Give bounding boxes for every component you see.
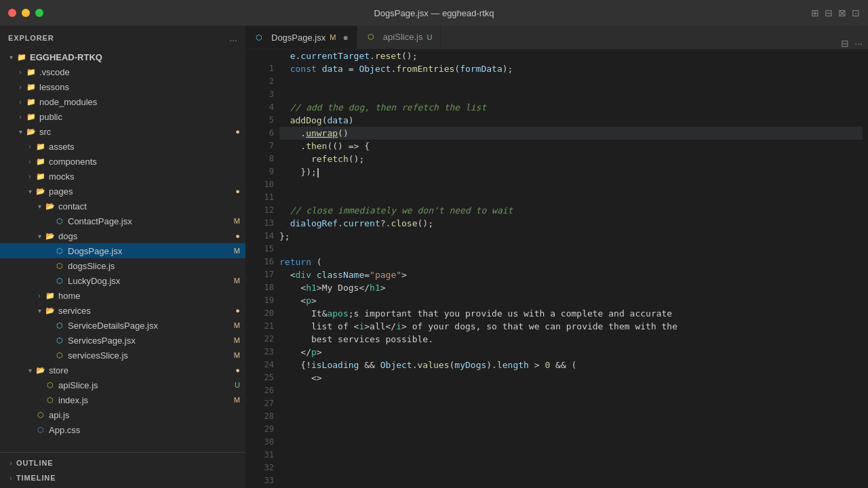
sidebar-item-dogsslice[interactable]: › ⬡ dogsSlice.js xyxy=(0,258,245,273)
sidebar-item-luckydog[interactable]: › ⬡ LuckyDog.jsx M xyxy=(0,273,245,288)
sidebar-item-contactpage[interactable]: › ⬡ ContactPage.jsx M xyxy=(0,214,245,228)
line-num: 9 xyxy=(245,165,274,178)
line-num: 10 xyxy=(245,178,274,191)
sidebar-actions: ... xyxy=(229,33,237,43)
sidebar-item-mocks[interactable]: › 📁 mocks xyxy=(0,169,245,184)
code-editor[interactable]: 1 2 3 4 5 6 7 8 9 10 11 12 13 14 15 16 1… xyxy=(245,49,868,488)
tab-label: DogsPage.jsx xyxy=(271,33,326,43)
chevron-right-icon: › xyxy=(34,290,45,301)
line-num: 21 xyxy=(245,320,274,333)
folder-icon: 📁 xyxy=(45,290,56,301)
sidebar-item-home[interactable]: › 📁 home xyxy=(0,288,245,303)
chevron-right-icon: › xyxy=(5,458,16,468)
chevron-down-icon: ▾ xyxy=(24,186,35,197)
layout-icon[interactable]: ⊞ xyxy=(811,7,819,18)
line-num: 33 xyxy=(245,474,274,487)
sidebar-item-pages[interactable]: ▾ 📂 pages ● xyxy=(0,184,245,199)
timeline-panel[interactable]: › TIMELINE xyxy=(0,470,245,485)
code-content[interactable]: e.currentTarget.reset(); const data = Ob… xyxy=(279,49,863,488)
folder-open-icon: 📂 xyxy=(45,230,56,241)
sidebar-item-public[interactable]: › 📁 public xyxy=(0,109,245,124)
sidebar-item-index[interactable]: › ⬡ index.js M xyxy=(0,392,245,407)
line-num: 29 xyxy=(245,423,274,436)
sidebar-item-components[interactable]: › 📁 components xyxy=(0,154,245,169)
sidebar-item-node-modules[interactable]: › 📁 node_modules xyxy=(0,94,245,109)
line-num: 32 xyxy=(245,462,274,474)
js-file-icon: ⬡ xyxy=(54,260,65,271)
sidebar-item-dogspage[interactable]: › ⬡ DogsPage.jsx M xyxy=(0,243,245,258)
tree-label: assets xyxy=(49,142,240,152)
js-file-icon: ⬡ xyxy=(35,409,46,420)
code-line: <div className="page"> xyxy=(279,268,863,281)
sidebar-more-button[interactable]: ... xyxy=(229,33,237,43)
code-line xyxy=(279,75,863,88)
badge-m: M xyxy=(234,247,240,255)
tabs-right: ⊟ ··· xyxy=(841,38,868,49)
folder-icon: 📁 xyxy=(35,141,46,152)
sidebar-item-appcss[interactable]: › ⬡ App.css xyxy=(0,422,245,437)
folder-open-icon: 📂 xyxy=(45,201,56,211)
code-line: const data = Object.fromEntries(formData… xyxy=(279,62,863,75)
tree-label: apiSlice.js xyxy=(58,380,232,390)
badge: ● xyxy=(235,127,240,136)
badge: ● xyxy=(235,187,240,195)
minimap xyxy=(863,49,868,488)
tab-apislice[interactable]: ⬡ apiSlice.js U xyxy=(357,26,441,49)
minimize-button[interactable] xyxy=(22,9,30,17)
folder-icon: 📁 xyxy=(35,171,46,182)
line-num: 1 xyxy=(245,62,274,75)
folder-open-icon: 📂 xyxy=(35,186,46,197)
chevron-down-icon: ▾ xyxy=(5,52,16,62)
dots-icon[interactable]: ⊡ xyxy=(852,7,860,18)
code-line xyxy=(279,191,863,204)
sidebar-item-contact[interactable]: ▾ 📂 contact xyxy=(0,199,245,214)
code-line: <> xyxy=(279,371,863,384)
more-icon[interactable]: ··· xyxy=(854,38,863,49)
code-line: refetch(); xyxy=(279,152,863,165)
line-num xyxy=(245,49,274,62)
line-num: 12 xyxy=(245,204,274,217)
tree-label: ServicesPage.jsx xyxy=(68,336,231,346)
sidebar-item-store[interactable]: ▾ 📂 store ● xyxy=(0,363,245,378)
code-line xyxy=(279,88,863,101)
line-num: 15 xyxy=(245,243,274,256)
sidebar-item-services[interactable]: ▾ 📂 services ● xyxy=(0,303,245,318)
sidebar-item-apislice[interactable]: › ⬡ apiSlice.js U xyxy=(0,378,245,392)
main-container: EXPLORER ... ▾ 📁 EGGHEAD-RTKQ › 📁 .vscod… xyxy=(0,26,868,488)
folder-open-icon: 📂 xyxy=(45,305,56,316)
split-editor-icon[interactable]: ⊟ xyxy=(841,38,849,49)
sidebar-item-assets[interactable]: › 📁 assets xyxy=(0,139,245,154)
tab-dogspage[interactable]: ⬡ DogsPage.jsx M ● xyxy=(245,26,357,49)
outline-panel[interactable]: › OUTLINE xyxy=(0,455,245,470)
line-num: 28 xyxy=(245,410,274,423)
jsx-file-icon: ⬡ xyxy=(54,320,65,331)
badge-m: M xyxy=(234,217,240,225)
chevron-right-icon: › xyxy=(15,66,26,77)
sidebar-item-src[interactable]: ▾ 📂 src ● xyxy=(0,124,245,139)
sidebar-item-vscode[interactable]: › 📁 .vscode xyxy=(0,64,245,79)
badge-m: M xyxy=(234,336,240,344)
line-num: 7 xyxy=(245,140,274,152)
panel-icon[interactable]: ⊠ xyxy=(838,7,846,18)
root-label: EGGHEAD-RTKQ xyxy=(30,52,240,62)
editor-area: ⬡ DogsPage.jsx M ● ⬡ apiSlice.js U ⊟ ··· xyxy=(245,26,868,488)
sidebar-title: EXPLORER xyxy=(8,34,54,42)
code-line: dialogRef.current?.close(); xyxy=(279,217,863,230)
tree-label: node_modules xyxy=(39,97,240,107)
sidebar-item-lessons[interactable]: › 📁 lessons xyxy=(0,79,245,94)
js-file-icon: ⬡ xyxy=(366,32,376,43)
sidebar-item-servicedetailspage[interactable]: › ⬡ ServiceDetailsPage.jsx M xyxy=(0,318,245,333)
sidebar-item-servicespage[interactable]: › ⬡ ServicesPage.jsx M xyxy=(0,333,245,348)
tree-root[interactable]: ▾ 📁 EGGHEAD-RTKQ xyxy=(0,49,245,64)
tab-close-button[interactable]: ● xyxy=(342,32,348,43)
tree-label: dogs xyxy=(58,231,233,241)
tab-badge-m: M xyxy=(330,33,336,41)
split-icon[interactable]: ⊟ xyxy=(825,7,833,18)
sidebar: EXPLORER ... ▾ 📁 EGGHEAD-RTKQ › 📁 .vscod… xyxy=(0,26,245,488)
sidebar-item-servicesslice[interactable]: › ⬡ servicesSlice.js M xyxy=(0,348,245,363)
sidebar-item-dogs[interactable]: ▾ 📂 dogs ● xyxy=(0,228,245,243)
tree-label: components xyxy=(49,157,240,167)
close-button[interactable] xyxy=(8,9,16,17)
maximize-button[interactable] xyxy=(35,9,43,17)
sidebar-item-api[interactable]: › ⬡ api.js xyxy=(0,407,245,422)
